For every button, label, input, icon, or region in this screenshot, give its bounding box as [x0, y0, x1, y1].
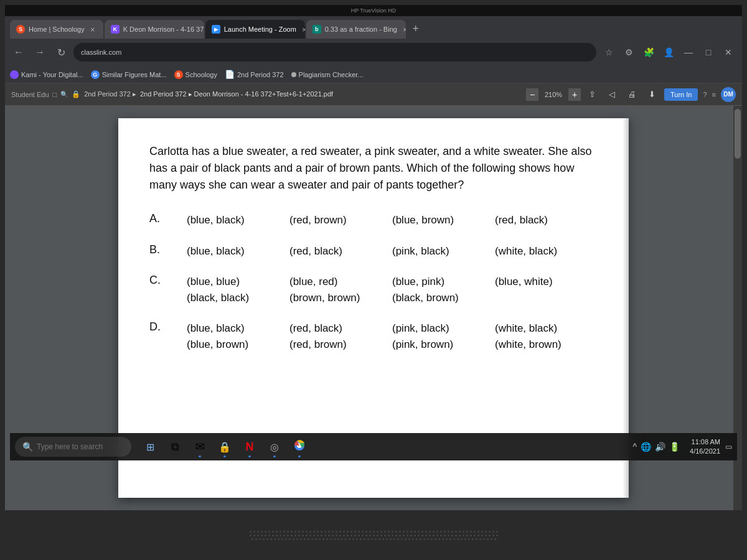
bookmark-similar-figures[interactable]: G Similar Figures Mat...: [91, 70, 167, 79]
tab-schoology-close[interactable]: ×: [88, 25, 97, 34]
zoom-plus-button[interactable]: +: [568, 88, 581, 101]
print-icon[interactable]: 🖨: [624, 87, 639, 102]
pdf-zoom-controls: − 210% +: [526, 88, 581, 101]
taskbar-start-button[interactable]: ⊞: [139, 436, 161, 458]
taskbar-mail-app[interactable]: ✉: [189, 436, 211, 458]
back-button[interactable]: ←: [10, 44, 27, 61]
tab-deon-morrison-label: K Deon Morrison - 4-16 372+: [123, 26, 204, 33]
hp-label: HP TrueVision HD: [351, 7, 397, 14]
minimize-icon[interactable]: —: [680, 44, 697, 61]
bookmark-plagiarism[interactable]: Plagiarism Checker...: [291, 71, 364, 78]
app1-icon: ◎: [270, 441, 279, 453]
clock-date: 4/16/2021: [690, 447, 720, 456]
answer-letter-a: A.: [149, 212, 187, 225]
search-bar[interactable]: 🔍: [15, 437, 131, 457]
taskbar-chrome-app[interactable]: [288, 436, 311, 458]
maximize-icon[interactable]: □: [700, 44, 717, 61]
tab-zoom[interactable]: ▶ Launch Meeting - Zoom ×: [205, 20, 305, 39]
hp-bar: HP TrueVision HD: [5, 5, 742, 16]
show-desktop-icon[interactable]: ▭: [725, 442, 732, 451]
breadcrumb-separator: □: [53, 91, 57, 98]
clock[interactable]: 11:08 AM 4/16/2021: [690, 437, 720, 457]
search-bar-icon: 🔍: [22, 442, 33, 452]
scroll-thumb[interactable]: [735, 109, 741, 159]
taskbar-netflix-app[interactable]: N: [238, 436, 261, 458]
netflix-icon: N: [246, 441, 254, 454]
help-icon[interactable]: ?: [703, 91, 707, 98]
zoom-level: 210%: [541, 91, 566, 98]
tab-bing[interactable]: b 0.33 as a fraction - Bing ×: [306, 20, 406, 39]
zoom-minus-button[interactable]: −: [526, 88, 538, 101]
taskbar-lock-app[interactable]: 🔒: [214, 436, 236, 458]
answer-row-b: B. (blue, black) (red, black) (pink, bla…: [149, 243, 598, 259]
answer-a-1: (blue, black): [187, 212, 289, 228]
answer-d-3: (pink, black)(pink, brown): [392, 320, 495, 352]
taskbar-right: ^ 🌐 🔊 🔋 11:08 AM 4/16/2021 ▭: [627, 437, 732, 457]
address-input[interactable]: [73, 43, 596, 62]
search-input[interactable]: [37, 442, 124, 451]
bookmark-2nd-period-label: 2nd Period 372: [237, 71, 284, 78]
account-icon[interactable]: 👤: [660, 44, 677, 61]
answer-b-4: (white, black): [495, 243, 598, 259]
answer-letter-d: D.: [149, 320, 187, 334]
tab-deon-morrison[interactable]: K K Deon Morrison - 4-16 372+ ×: [105, 20, 204, 39]
reload-button[interactable]: ↻: [52, 44, 70, 61]
tab-bing-close[interactable]: ×: [401, 25, 406, 34]
answer-row-c: C. (blue, blue)(black, black) (blue, red…: [149, 274, 598, 306]
bookmark-icon[interactable]: ☆: [600, 44, 618, 61]
extensions-icon[interactable]: 🧩: [640, 44, 657, 61]
monitor: HP TrueVision HD Pavilion S Home | Schoo…: [0, 0, 747, 560]
user-initials: DM: [723, 91, 733, 98]
answer-grid: A. (blue, black) (red, brown) (blue, bro…: [149, 212, 598, 352]
settings-icon[interactable]: ⚙: [620, 44, 637, 61]
answer-d-4: (white, black)(white, brown): [495, 320, 598, 352]
close-window-icon[interactable]: ✕: [720, 44, 737, 61]
tray-chevron[interactable]: ^: [632, 442, 637, 452]
answer-c-2: (blue, red)(brown, brown): [289, 274, 392, 306]
answer-letter-c: C.: [149, 274, 187, 287]
bookmark-schoology[interactable]: S Schoology: [174, 70, 217, 79]
tray-speaker[interactable]: 🔊: [655, 442, 665, 452]
tray-battery[interactable]: 🔋: [669, 442, 680, 452]
pdf-toolbar-left: Student Edu □ 🔍 🔒 2nd Period 372 ▸ 2nd P…: [11, 90, 522, 98]
answer-b-3: (pink, black): [392, 243, 495, 259]
user-avatar[interactable]: DM: [721, 87, 736, 102]
download-icon[interactable]: ⬇: [644, 87, 659, 102]
period-icon: 🔒: [72, 90, 80, 98]
answer-row-a: A. (blue, black) (red, brown) (blue, bro…: [149, 212, 598, 228]
answer-c-4: (blue, white): [495, 274, 598, 306]
pdf-toolbar-right: ⇧ ◁ 🖨 ⬇ Turn In ? ≡ DM: [585, 87, 736, 102]
tab-zoom-close[interactable]: ×: [300, 25, 305, 34]
period-breadcrumb: 🔍: [60, 91, 68, 98]
answer-options-a: (blue, black) (red, brown) (blue, brown)…: [187, 212, 598, 228]
turn-in-button[interactable]: Turn In: [664, 88, 698, 101]
speaker-grille: [0, 510, 747, 560]
tab-zoom-label: Launch Meeting - Zoom: [224, 26, 296, 33]
tray-network[interactable]: 🌐: [641, 442, 651, 452]
answer-b-1: (blue, black): [187, 243, 289, 259]
tab-schoology-home-label: Home | Schoology: [29, 26, 85, 33]
share-icon[interactable]: ⇧: [585, 87, 599, 102]
answer-b-2: (red, black): [289, 243, 392, 259]
zoom-tab-icon: ▶: [212, 25, 220, 34]
bookmark-2nd-period[interactable]: 📄 2nd Period 372: [225, 70, 284, 79]
menu-icon[interactable]: ≡: [712, 91, 716, 98]
comment-icon[interactable]: ◁: [604, 87, 619, 102]
student-edu-label: Student Edu: [11, 91, 49, 98]
answer-c-3: (blue, pink)(black, brown): [392, 274, 495, 306]
clock-time: 11:08 AM: [690, 437, 720, 447]
tab-schoology-home[interactable]: S Home | Schoology ×: [10, 20, 103, 39]
taskbar-task-view[interactable]: ⧉: [164, 436, 186, 458]
answer-a-2: (red, brown): [289, 212, 392, 228]
answer-options-b: (blue, black) (red, black) (pink, black)…: [187, 243, 598, 259]
toolbar-icons: ☆ ⚙ 🧩 👤 — □ ✕: [600, 44, 737, 61]
bookmark-plagiarism-label: Plagiarism Checker...: [299, 71, 364, 78]
taskbar: 🔍 ⊞ ⧉ ✉ 🔒 N ◎: [10, 433, 737, 460]
new-tab-button[interactable]: +: [407, 20, 425, 37]
grille-dots: [249, 531, 498, 540]
taskbar-app1[interactable]: ◎: [263, 436, 286, 458]
forward-button[interactable]: →: [31, 44, 49, 61]
bookmark-kami[interactable]: Kami - Your Digital...: [10, 70, 83, 79]
google-bookmark-icon: G: [91, 70, 100, 79]
answer-d-2: (red, black)(red, brown): [289, 320, 392, 352]
